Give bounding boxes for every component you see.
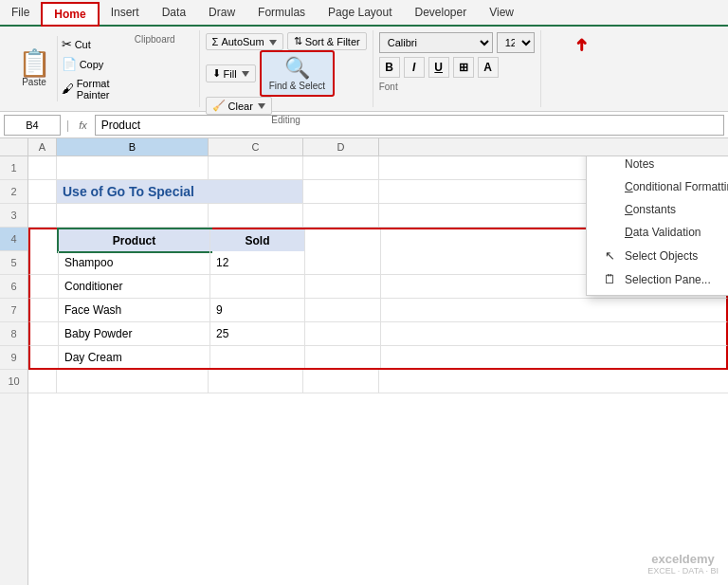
border-button[interactable]: ⊞: [453, 57, 474, 78]
font-row1: Calibri 12: [379, 32, 535, 53]
sort-icon: ⇅: [294, 35, 302, 47]
tab-draw[interactable]: Draw: [197, 2, 246, 25]
autosum-button[interactable]: Σ AutoSum: [206, 33, 283, 50]
cell-a9[interactable]: [30, 346, 59, 368]
cell-d10[interactable]: [303, 370, 379, 393]
font-name-select[interactable]: Calibri: [379, 32, 493, 53]
col-header-c[interactable]: C: [209, 138, 303, 155]
paste-label: Paste: [22, 77, 46, 87]
cell-c8[interactable]: 25: [210, 322, 305, 345]
data-validation-menu-item[interactable]: Data Validation: [587, 221, 728, 244]
copy-label: Copy: [80, 59, 104, 70]
cell-a8[interactable]: [30, 322, 59, 345]
grid-row-10: [28, 370, 728, 393]
row-10: 10: [0, 370, 27, 393]
row-5: 5: [0, 251, 27, 275]
cell-c7[interactable]: 9: [210, 299, 305, 321]
cell-d4[interactable]: [305, 229, 381, 251]
spreadsheet-area: A B C D 1 2 3 4 5 6 7 8 9 10: [0, 138, 728, 585]
cell-c1[interactable]: [209, 156, 303, 179]
cell-b10[interactable]: [57, 370, 209, 393]
clear-button[interactable]: 🧹 Clear: [206, 97, 272, 115]
find-select-dropdown: 🔍 Find... 🔤 Replace... → Go To... Go T: [586, 156, 728, 296]
grid-row-8: Baby Powder 25: [28, 322, 728, 346]
grid-content: 1 2 3 4 5 6 7 8 9 10: [0, 156, 728, 585]
col-header-d[interactable]: D: [303, 138, 379, 155]
notes-menu-item[interactable]: Notes: [587, 156, 728, 175]
cell-c9[interactable]: [210, 346, 305, 368]
tab-developer[interactable]: Developer: [403, 2, 478, 25]
fill-color-button[interactable]: A: [478, 57, 499, 78]
cell-a1[interactable]: [28, 156, 57, 179]
font-size-select[interactable]: 12: [497, 32, 535, 53]
formula-input[interactable]: [95, 115, 724, 136]
cell-c4-header[interactable]: Sold: [210, 229, 305, 251]
tab-view[interactable]: View: [478, 2, 525, 25]
cell-d9[interactable]: [305, 346, 381, 368]
cell-d3[interactable]: [303, 204, 379, 227]
cell-d8[interactable]: [305, 322, 381, 345]
cell-a7[interactable]: [30, 299, 59, 321]
bold-button[interactable]: B: [379, 57, 400, 78]
cell-a10[interactable]: [28, 370, 57, 393]
tab-insert[interactable]: Insert: [100, 2, 151, 25]
cell-c5[interactable]: 12: [210, 251, 305, 274]
cell-d2[interactable]: [303, 180, 379, 203]
sort-filter-button[interactable]: ⇅ Sort & Filter: [287, 32, 367, 50]
cell-b1[interactable]: [57, 156, 209, 179]
ribbon: 📋 Paste ✂ Cut 📄 Copy 🖌 Format Pai: [0, 27, 728, 112]
tab-data[interactable]: Data: [151, 2, 197, 25]
row-7: 7: [0, 299, 27, 322]
cut-icon: ✂: [62, 37, 72, 51]
cell-a6[interactable]: [30, 275, 59, 298]
col-header-b[interactable]: B: [57, 138, 209, 155]
cell-a3[interactable]: [28, 204, 57, 227]
conditional-menu-item[interactable]: Conditional Formatting: [587, 175, 728, 198]
selection-pane-menu-item[interactable]: 🗒 Selection Pane...: [587, 267, 728, 291]
cell-c10[interactable]: [209, 370, 303, 393]
cell-c6[interactable]: [210, 275, 305, 298]
cell-a2[interactable]: [28, 180, 57, 203]
cell-c3[interactable]: [209, 204, 303, 227]
cell-b6[interactable]: Conditioner: [59, 275, 210, 298]
cell-d5[interactable]: [305, 251, 381, 274]
cut-label: Cut: [75, 39, 91, 50]
cell-b2-title[interactable]: Use of Go To Special: [57, 180, 303, 203]
tab-home[interactable]: Home: [41, 2, 99, 27]
tab-page-layout[interactable]: Page Layout: [317, 2, 403, 25]
copy-button[interactable]: 📄 Copy: [58, 55, 117, 73]
row-numbers: 1 2 3 4 5 6 7 8 9 10: [0, 156, 28, 585]
fill-button[interactable]: ⬇ Fill: [206, 64, 256, 82]
cell-b5[interactable]: Shampoo: [59, 251, 210, 274]
col-header-a[interactable]: A: [28, 138, 57, 155]
format-painter-button[interactable]: 🖌 Format Painter: [58, 76, 117, 102]
font-row2: B I U ⊞ A: [379, 57, 535, 78]
row-2: 2: [0, 180, 27, 204]
cell-b3[interactable]: [57, 204, 209, 227]
cut-button[interactable]: ✂ Cut: [58, 35, 117, 53]
paste-button[interactable]: 📋 Paste: [11, 32, 57, 105]
cell-b7[interactable]: Face Wash: [59, 299, 210, 321]
selection-pane-menu-icon: 🗒: [602, 272, 617, 286]
selection-pane-menu-text: Selection Pane...: [625, 273, 728, 286]
find-select-button[interactable]: 🔍 Find & Select: [260, 50, 335, 97]
tab-file[interactable]: File: [0, 2, 41, 25]
tab-formulas[interactable]: Formulas: [246, 2, 317, 25]
row-1: 1: [0, 156, 27, 180]
cell-d1[interactable]: [303, 156, 379, 179]
underline-button[interactable]: U: [428, 57, 449, 78]
select-objects-menu-icon: ↖: [602, 248, 617, 263]
cell-a4[interactable]: [30, 229, 59, 251]
constants-menu-item[interactable]: Constants: [587, 198, 728, 221]
cell-b9[interactable]: Day Cream: [59, 346, 210, 368]
cell-a5[interactable]: [30, 251, 59, 274]
cell-b4-header[interactable]: Product: [59, 229, 210, 251]
cell-d6[interactable]: [305, 275, 381, 298]
fill-icon: ⬇: [212, 67, 221, 80]
select-objects-menu-item[interactable]: ↖ Select Objects: [587, 244, 728, 267]
cell-d7[interactable]: [305, 299, 381, 321]
cell-ref-input[interactable]: [4, 115, 61, 136]
italic-button[interactable]: I: [404, 57, 425, 78]
row-3: 3: [0, 204, 27, 228]
cell-b8[interactable]: Baby Powder: [59, 322, 210, 345]
